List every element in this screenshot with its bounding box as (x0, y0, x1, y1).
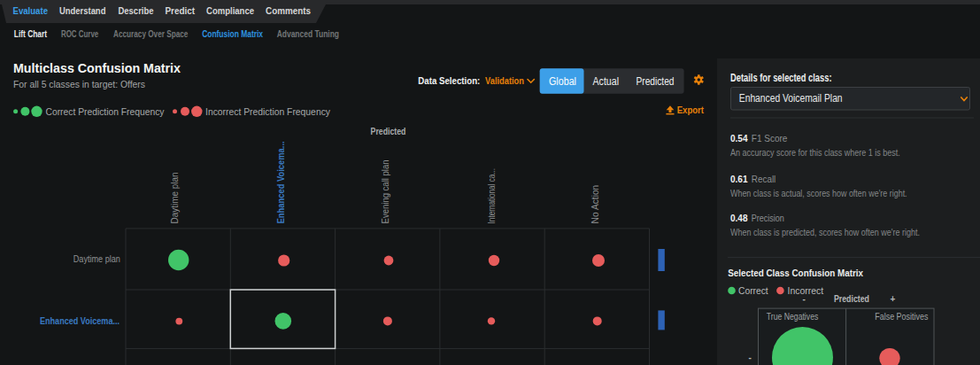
svg-text:False Positives: False Positives (875, 311, 928, 322)
svg-text:Validation: Validation (485, 75, 524, 86)
svg-text:Global: Global (549, 75, 576, 88)
svg-text:Understand: Understand (59, 5, 105, 16)
svg-text:ROC Curve: ROC Curve (61, 28, 99, 39)
svg-text:True Negatives: True Negatives (767, 311, 819, 322)
svg-text:Predicted: Predicted (371, 126, 406, 136)
svg-text:0.48: 0.48 (730, 213, 748, 223)
svg-text:Enhanced Voicemail Plan: Enhanced Voicemail Plan (739, 92, 843, 105)
svg-text:For all 5 classes in target: O: For all 5 classes in target: Offers (13, 79, 145, 89)
svg-text:Predicted: Predicted (834, 294, 869, 304)
svg-text:Data Selection:: Data Selection: (418, 75, 480, 86)
svg-text:Enhanced Voicema...: Enhanced Voicema... (40, 316, 120, 326)
svg-text:When class is actual, scores h: When class is actual, scores how often w… (730, 189, 907, 198)
svg-text:Predicted: Predicted (637, 75, 675, 88)
svg-text:Daytime plan: Daytime plan (73, 254, 120, 264)
svg-text:An accuracy score for this cla: An accuracy score for this class where 1… (730, 148, 900, 158)
svg-text:When class is predicted, score: When class is predicted, scores how ofte… (730, 228, 920, 237)
svg-text:Precision: Precision (752, 213, 784, 223)
svg-text:Actual: Actual (593, 75, 620, 88)
svg-text:Lift Chart: Lift Chart (14, 28, 48, 39)
svg-text:Incorrect Prediction Frequency: Incorrect Prediction Frequency (205, 106, 330, 117)
svg-text:Comments: Comments (266, 5, 311, 16)
svg-text:Selected Class Confusion Matri: Selected Class Confusion Matrix (728, 268, 864, 278)
svg-text:Export: Export (677, 105, 705, 115)
svg-text:Advanced Tuning: Advanced Tuning (277, 28, 339, 39)
svg-text:F1 Score: F1 Score (752, 133, 788, 144)
svg-text:International ca...: International ca... (487, 168, 497, 224)
svg-text:Multiclass Confusion Matrix: Multiclass Confusion Matrix (13, 60, 181, 75)
svg-text:Evening call plan: Evening call plan (381, 160, 390, 224)
svg-text:Describe: Describe (119, 5, 154, 16)
svg-text:Recall: Recall (752, 174, 776, 184)
svg-text:-: - (749, 353, 752, 362)
svg-text:0.61: 0.61 (730, 174, 748, 184)
svg-text:Evaluate: Evaluate (13, 5, 49, 16)
svg-text:Correct Prediction Frequency: Correct Prediction Frequency (46, 106, 165, 117)
svg-text:No Action: No Action (590, 185, 600, 224)
svg-text:Confusion Matrix: Confusion Matrix (202, 28, 263, 39)
svg-text:Accuracy Over Space: Accuracy Over Space (113, 28, 188, 39)
svg-text:Enhanced Voicema...: Enhanced Voicema... (276, 141, 286, 223)
svg-text:Details for selected class:: Details for selected class: (730, 72, 832, 84)
svg-text:Correct: Correct (738, 285, 768, 296)
svg-text:Daytime plan: Daytime plan (170, 173, 180, 224)
svg-text:-: - (803, 294, 806, 304)
svg-text:0.54: 0.54 (730, 133, 748, 144)
svg-text:Compliance: Compliance (206, 5, 254, 16)
svg-text:+: + (890, 294, 895, 304)
svg-text:Predict: Predict (166, 5, 196, 16)
